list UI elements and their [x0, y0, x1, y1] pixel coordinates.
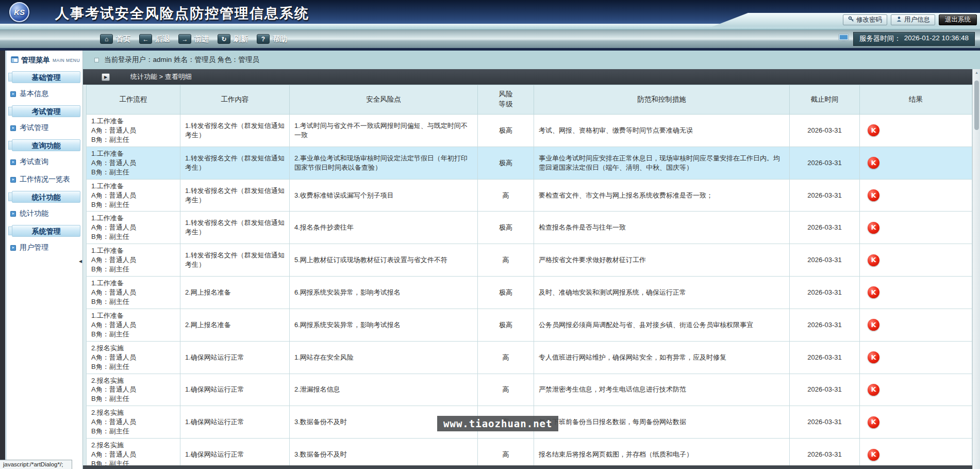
cell-measure: 要检查省文件、市文件与网上报名系统收费标准是否一致； [534, 179, 790, 212]
table-row[interactable]: 1.工作准备A角：普通人员B角：副主任1.转发省报名文件（群发短信通知考生）4.… [87, 212, 972, 244]
cell-risk: 1.考试时间与省文件不一致或网报时间偏短、与既定时间不一致 [290, 115, 478, 147]
cell-deadline: 2026-03-31 [790, 341, 860, 374]
user-info-button[interactable]: 用户信息 [891, 14, 935, 25]
table-row[interactable]: 2.报名实施A角：普通人员B角：副主任1.确保网站运行正常3.数据备份不及时高报… [87, 439, 972, 469]
breadcrumb: 统计功能 > 查看明细 [83, 69, 980, 85]
header-actions: 修改密码 用户信息 退出系统 [712, 13, 980, 27]
menu-window-icon [11, 56, 19, 65]
cell-risk: 1.网站存在安全风险 [290, 341, 478, 374]
nav-item-home[interactable]: ⌂首页 [100, 34, 130, 44]
k-result-icon[interactable]: K [868, 189, 879, 201]
column-header-measure: 防范和控制措施 [534, 85, 790, 115]
toolbar: ⌂首页←后退→前进↻刷新?帮助 服务器时间： 2026-01-22 10:36:… [0, 30, 980, 48]
cell-deadline: 2026-03-31 [790, 212, 860, 244]
cell-result: K [860, 374, 972, 406]
cell-result: K [860, 147, 972, 179]
cell-content: 1.转发省报名文件（群发短信通知考生） [180, 244, 290, 277]
table-row[interactable]: 1.工作准备A角：普通人员B角：副主任2.网上报名准备6.网报系统安装异常，影响… [87, 309, 972, 341]
cell-risk: 6.网报系统安装异常，影响考试报名 [290, 277, 478, 309]
cell-deadline: 2026-03-31 [790, 147, 860, 179]
column-header-result: 结果 [860, 85, 972, 115]
cell-deadline: 2026-03-31 [790, 115, 860, 147]
table-row[interactable]: 1.工作准备A角：普通人员B角：副主任1.转发省报名文件（群发短信通知考生）5.… [87, 244, 972, 277]
arrow-icon [10, 177, 16, 183]
sidebar-item[interactable]: 工作情况一览表 [7, 171, 82, 188]
sidebar-menu: 基础管理基本信息考试管理考试管理查询功能考试查询工作情况一览表统计功能统计功能系… [7, 71, 82, 256]
cell-risk: 2.泄漏报名信息 [290, 374, 478, 406]
k-result-icon[interactable]: K [868, 157, 879, 169]
app-header: KS 人事考试安全风险点防控管理信息系统 修改密码 用户信息 退出系统 [0, 0, 980, 24]
k-result-icon[interactable]: K [868, 416, 879, 428]
cell-level: 高 [478, 179, 534, 212]
cell-level: 极高 [478, 212, 534, 244]
login-info-text: 当前登录用户：admin 姓名：管理员 角色：管理员 [104, 55, 259, 64]
arrow-icon [10, 125, 16, 131]
nav-item-forward[interactable]: →前进 [178, 34, 209, 44]
cell-flow: 1.工作准备A角：普通人员B角：副主任 [87, 309, 180, 341]
page-title: 人事考试安全风险点防控管理信息系统 [55, 4, 309, 23]
k-result-icon[interactable]: K [868, 124, 879, 136]
k-result-icon[interactable]: K [868, 254, 879, 266]
table-row[interactable]: 1.工作准备A角：普通人员B角：副主任1.转发省报名文件（群发短信通知考生）2.… [87, 147, 972, 179]
sidebar-item[interactable]: 考试管理 [7, 119, 82, 137]
nav-label: 首页 [116, 35, 130, 44]
table-row[interactable]: 1.工作准备A角：普通人员B角：副主任2.网上报名准备6.网报系统安装异常，影响… [87, 277, 972, 309]
cell-level: 极高 [478, 115, 534, 147]
vertical-scrollbar[interactable] [972, 69, 980, 469]
cell-risk: 4.报名条件抄袭往年 [290, 212, 478, 244]
key-icon [848, 16, 854, 24]
cell-flow: 2.报名实施A角：普通人员B角：副主任 [87, 341, 180, 374]
scrollbar-thumb[interactable] [974, 80, 979, 130]
cell-deadline: 2026-03-31 [790, 179, 860, 212]
server-time: 服务器时间： 2026-01-22 10:36:48 [838, 32, 980, 46]
sidebar-item-label: 用户管理 [20, 243, 48, 252]
cell-measure: 报名结束后将报名网页截图，并存档（纸质和电子） [534, 439, 790, 469]
table-row[interactable]: 1.工作准备A角：普通人员B角：副主任1.转发省报名文件（群发短信通知考生）1.… [87, 115, 972, 147]
sidebar-section-header[interactable]: 查询功能 [12, 139, 80, 151]
sidebar-section-header[interactable]: 系统管理 [12, 225, 80, 237]
nav-item-refresh[interactable]: ↻刷新 [218, 34, 248, 44]
cell-flow: 1.工作准备A角：普通人员B角：副主任 [87, 212, 180, 244]
cell-deadline: 2026-03-31 [790, 277, 860, 309]
k-result-icon[interactable]: K [868, 351, 879, 363]
cell-level: 极高 [478, 277, 534, 309]
sidebar-section-header[interactable]: 考试管理 [12, 105, 80, 117]
document-icon [102, 73, 110, 81]
k-result-icon[interactable]: K [868, 222, 879, 234]
cell-content: 1.确保网站运行正常 [180, 374, 290, 406]
column-header-level: 风险 等级 [478, 85, 534, 115]
logout-label: 退出系统 [945, 15, 971, 24]
cell-content: 1.转发省报名文件（群发短信通知考生） [180, 147, 290, 179]
sidebar-item[interactable]: 基本信息 [7, 85, 82, 103]
forward-icon: → [178, 34, 191, 44]
logo-text: KS [14, 8, 25, 17]
nav-item-help[interactable]: ?帮助 [257, 34, 287, 44]
table-row[interactable]: 1.工作准备A角：普通人员B角：副主任1.转发省报名文件（群发短信通知考生）3.… [87, 179, 972, 212]
arrow-icon [10, 159, 16, 165]
server-time-panel: 服务器时间： 2026-01-22 10:36:48 [853, 32, 975, 46]
arrow-icon [10, 245, 16, 251]
k-result-icon[interactable]: K [868, 449, 879, 461]
k-result-icon[interactable]: K [868, 319, 879, 331]
sidebar-item[interactable]: 统计功能 [7, 205, 82, 222]
k-result-icon[interactable]: K [868, 384, 879, 396]
k-result-icon[interactable]: K [868, 286, 879, 298]
sidebar-subtitle-text: MAIN MENU [53, 58, 80, 63]
logout-button[interactable]: 退出系统 [939, 14, 977, 25]
sidebar-item[interactable]: 考试查询 [7, 153, 82, 171]
cell-content: 2.网上报名准备 [180, 277, 290, 309]
table-row[interactable]: 2.报名实施A角：普通人员B角：副主任1.确保网站运行正常2.泄漏报名信息高严禁… [87, 374, 972, 406]
cell-risk: 3.收费标准错误或漏写个别子项目 [290, 179, 478, 212]
refresh-icon: ↻ [218, 34, 230, 44]
cell-result: K [860, 244, 972, 277]
sidebar-item-label: 工作情况一览表 [20, 175, 70, 184]
sidebar-section-header[interactable]: 统计功能 [12, 191, 80, 203]
sidebar-section-header[interactable]: 基础管理 [12, 71, 80, 83]
sidebar-item[interactable]: 用户管理 [7, 239, 82, 256]
table-wrap: 工作流程 工作内容 安全风险点 风险 等级 防范和控制措施 截止时间 结果 1.… [86, 85, 972, 469]
nav-item-back[interactable]: ←后退 [139, 34, 170, 44]
change-password-button[interactable]: 修改密码 [843, 14, 887, 25]
cell-result: K [860, 179, 972, 212]
cell-flow: 1.工作准备A角：普通人员B角：副主任 [87, 277, 180, 309]
table-row[interactable]: 2.报名实施A角：普通人员B角：副主任1.确保网站运行正常1.网站存在安全风险高… [87, 341, 972, 374]
